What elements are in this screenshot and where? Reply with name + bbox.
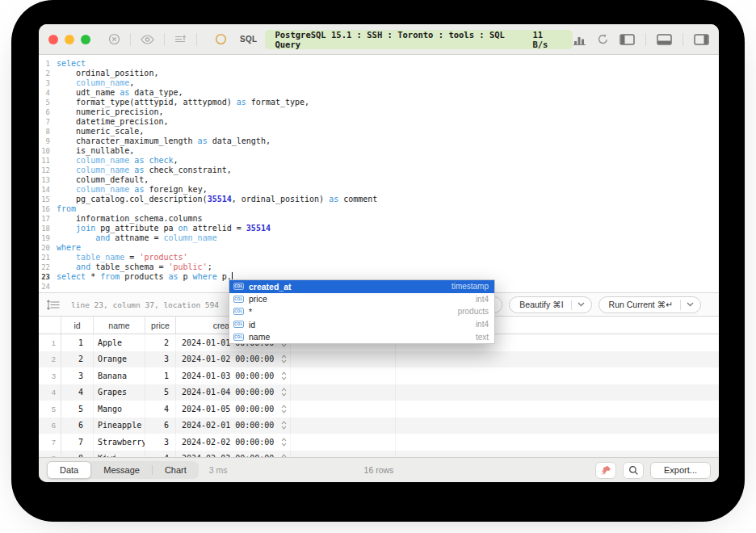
column-header-price[interactable]: price — [145, 317, 176, 334]
cell-name[interactable]: Banana — [94, 367, 145, 384]
network-rate: 11 B/s — [532, 30, 563, 49]
cell-id[interactable]: 1 — [61, 334, 94, 351]
cell-price[interactable]: 1 — [145, 367, 176, 384]
autocomplete-item[interactable]: COLidint4 — [229, 318, 494, 331]
cell-name[interactable]: Grapes — [94, 384, 145, 401]
toggle-bottom-panel-icon[interactable] — [657, 34, 672, 45]
value-stepper-icon — [281, 355, 287, 363]
cell-price[interactable]: 5 — [145, 384, 176, 401]
preview-eye-icon[interactable] — [141, 35, 154, 44]
tab-chart[interactable]: Chart — [153, 461, 199, 479]
column-header-name[interactable]: name — [94, 317, 145, 334]
run-current-button[interactable]: Run Current ⌘↵ — [598, 296, 701, 313]
export-button[interactable]: Export... — [650, 462, 711, 479]
cell-id[interactable]: 4 — [61, 384, 94, 401]
cell-empty[interactable] — [291, 367, 396, 384]
cell-value: 2 — [78, 355, 83, 363]
cell-id[interactable]: 8 — [61, 451, 94, 458]
code-line: 22 and table_schema = 'public'; — [39, 262, 719, 272]
cell-name[interactable]: Kiwi — [94, 451, 145, 458]
cell-value: 3 — [164, 355, 169, 363]
cell-name[interactable]: Apple — [94, 334, 145, 351]
datetime-stepper[interactable] — [281, 355, 290, 363]
datetime-stepper[interactable] — [281, 421, 290, 430]
row-number[interactable]: 7 — [39, 434, 61, 451]
cell-value: 6 — [78, 421, 83, 430]
row-number[interactable]: 5 — [39, 401, 61, 418]
divider — [196, 33, 197, 46]
zoom-window-button[interactable] — [81, 35, 90, 44]
cell-id[interactable]: 5 — [61, 401, 94, 418]
cell-created-at[interactable]: 2024-01-02 00:00:00 — [176, 351, 291, 368]
connection-pill[interactable]: PostgreSQL 15.1 : SSH : Toronto : tools … — [265, 30, 573, 49]
cell-created-at[interactable]: 2024-02-01 00:00:00 — [176, 418, 291, 434]
cell-value: Mango — [98, 405, 122, 413]
cell-value: 3 — [52, 371, 56, 380]
row-number[interactable]: 3 — [39, 367, 61, 384]
cell-created-at[interactable]: 2024-01-05 00:00:00 — [176, 401, 291, 418]
button-chevron[interactable] — [571, 300, 591, 310]
code-text: select — [57, 59, 86, 69]
sql-editor[interactable]: 1select2 ordinal_position,3 column_name,… — [39, 55, 719, 292]
cell-name[interactable]: Strawberry — [94, 434, 145, 451]
cell-name[interactable]: Mango — [94, 401, 145, 418]
code-line: 21 table_name = 'products' — [39, 253, 719, 262]
toggle-right-panel-icon[interactable] — [694, 34, 709, 45]
cell-empty[interactable] — [291, 451, 396, 458]
cell-created-at[interactable]: 2024-01-03 00:00:00 — [176, 367, 291, 384]
cell-empty[interactable] — [291, 401, 396, 418]
autocomplete-item[interactable]: COLcreated_attimestamp — [229, 280, 494, 293]
row-number[interactable]: 1 — [39, 334, 61, 351]
datetime-stepper[interactable] — [281, 388, 290, 397]
autocomplete-item[interactable]: COLnametext — [229, 330, 494, 343]
refresh-icon[interactable] — [597, 33, 609, 45]
cell-empty[interactable] — [291, 434, 396, 451]
row-number[interactable]: 8 — [39, 451, 61, 458]
cell-price[interactable]: 6 — [145, 418, 176, 434]
search-results-button[interactable] — [623, 462, 644, 479]
tab-message[interactable]: Message — [91, 461, 152, 479]
cell-id[interactable]: 7 — [61, 434, 94, 451]
button-chevron[interactable] — [680, 300, 700, 310]
cell-id[interactable]: 6 — [61, 418, 94, 434]
minimize-window-button[interactable] — [65, 35, 74, 44]
cell-id[interactable]: 2 — [61, 351, 94, 368]
cell-empty[interactable] — [291, 418, 396, 434]
autocomplete-item[interactable]: COLpriceint4 — [229, 293, 494, 306]
cell-created-at[interactable]: 2024-02-02 00:00:00 — [176, 434, 291, 451]
cell-price[interactable]: 4 — [145, 401, 176, 418]
line-number: 7 — [39, 117, 57, 127]
datetime-stepper[interactable] — [281, 438, 290, 447]
disconnect-icon[interactable] — [108, 33, 120, 45]
autocomplete-item[interactable]: COL*products — [229, 305, 494, 318]
pin-icon — [601, 465, 611, 476]
stats-chart-icon[interactable] — [573, 34, 586, 45]
toggle-left-panel-icon[interactable] — [620, 34, 635, 45]
close-window-button[interactable] — [48, 35, 58, 44]
cell-created-at[interactable]: 2024-02-03 00:00:00 — [176, 451, 291, 458]
tab-data[interactable]: Data — [47, 461, 91, 479]
cell-price[interactable]: 3 — [145, 434, 176, 451]
cell-empty[interactable] — [291, 384, 396, 401]
column-header-id[interactable]: id — [61, 317, 94, 334]
cell-created-at[interactable]: 2024-01-04 00:00:00 — [176, 384, 291, 401]
datetime-stepper[interactable] — [281, 405, 290, 413]
pin-result-button[interactable] — [595, 462, 616, 479]
cell-price[interactable]: 2 — [145, 334, 176, 351]
line-number: 14 — [39, 185, 57, 195]
cell-price[interactable]: 3 — [145, 351, 176, 368]
row-number[interactable]: 2 — [39, 351, 61, 368]
cursor-position-text: line 23, column 37, location 594 — [71, 300, 219, 309]
row-number[interactable]: 6 — [39, 418, 61, 434]
divider — [164, 33, 165, 46]
cell-name[interactable]: Pineapple — [94, 418, 145, 434]
row-number[interactable]: 4 — [39, 384, 61, 401]
cell-empty[interactable] — [291, 351, 396, 368]
cell-name[interactable]: Orange — [94, 351, 145, 368]
cell-price[interactable]: 4 — [145, 451, 176, 458]
datetime-stepper[interactable] — [281, 371, 290, 380]
cell-id[interactable]: 3 — [61, 367, 94, 384]
beautify-button[interactable]: Beautify ⌘I — [509, 296, 591, 313]
cell-value: 3 — [78, 371, 83, 380]
query-log-icon[interactable] — [174, 34, 187, 44]
